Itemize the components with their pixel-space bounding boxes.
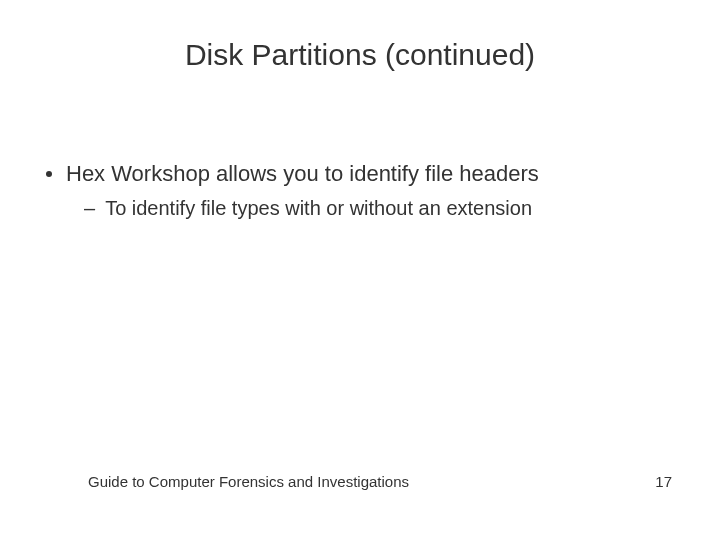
- bullet-item: Hex Workshop allows you to identify file…: [40, 160, 680, 189]
- slide-body: Hex Workshop allows you to identify file…: [40, 160, 680, 221]
- page-number: 17: [655, 473, 672, 490]
- dash-icon: –: [84, 195, 95, 221]
- bullet-dot-icon: [46, 171, 52, 177]
- subbullet-text: To identify file types with or without a…: [105, 195, 532, 221]
- subbullet-item: – To identify file types with or without…: [84, 195, 680, 221]
- slide: Disk Partitions (continued) Hex Workshop…: [0, 0, 720, 540]
- footer-text: Guide to Computer Forensics and Investig…: [88, 473, 409, 490]
- slide-title: Disk Partitions (continued): [0, 38, 720, 72]
- bullet-text: Hex Workshop allows you to identify file…: [66, 160, 539, 189]
